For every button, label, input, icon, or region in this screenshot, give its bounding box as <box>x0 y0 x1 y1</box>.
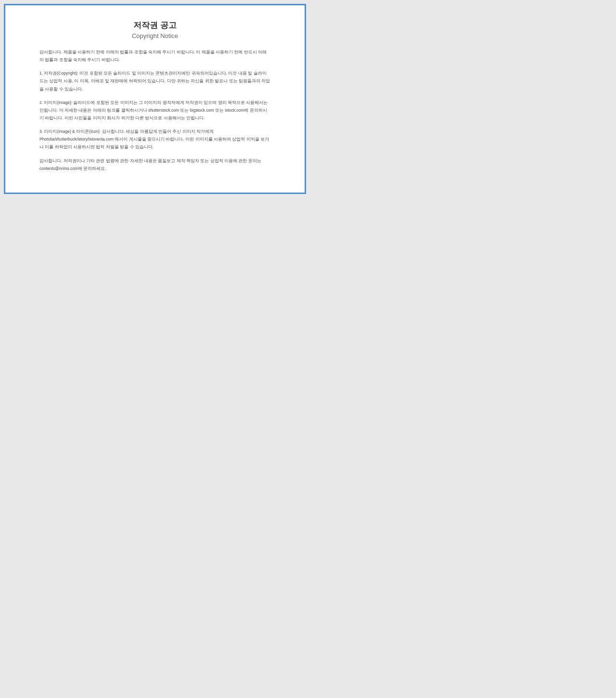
copyright-title-en: Copyright Notice <box>132 32 178 39</box>
copyright-slide: 저작권 공고 Copyright Notice 감사합니다. 제품을 사용하기 … <box>4 4 306 194</box>
copyright-content: 감사합니다. 제품을 사용하기 전에 아래의 법률과 조항을 숙지해 주시기 바… <box>39 48 270 178</box>
main-grid: 저작권 공고 Copyright Notice 감사합니다. 제품을 사용하기 … <box>0 0 616 198</box>
copyright-title-ko: 저작권 공고 <box>133 20 177 31</box>
